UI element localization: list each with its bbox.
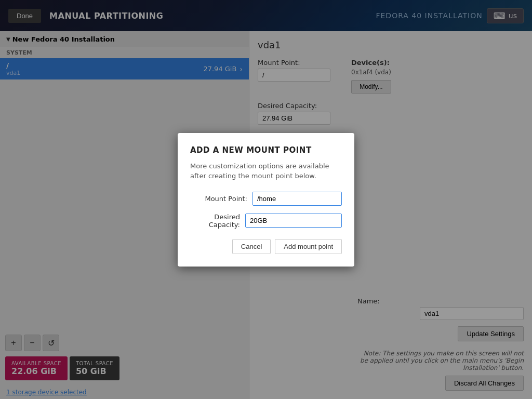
- main-content: ▼ New Fedora 40 Installation SYSTEM / vd…: [0, 31, 532, 399]
- cancel-button[interactable]: Cancel: [232, 239, 271, 254]
- add-mount-point-button[interactable]: Add mount point: [275, 239, 342, 254]
- dialog-capacity-label: Desired Capacity:: [190, 213, 240, 229]
- dialog-mount-input-container: ▼: [252, 192, 342, 206]
- dialog-mount-point-input[interactable]: [253, 192, 342, 205]
- dialog-capacity-input[interactable]: [245, 214, 342, 228]
- add-mount-point-dialog: ADD A NEW MOUNT POINT More customization…: [178, 133, 354, 267]
- dialog-buttons: Cancel Add mount point: [190, 239, 342, 254]
- modal-overlay: ADD A NEW MOUNT POINT More customization…: [0, 0, 532, 399]
- dialog-capacity-row: Desired Capacity:: [190, 213, 342, 229]
- dialog-description: More customization options are available…: [190, 161, 342, 181]
- dialog-mount-point-label: Mount Point:: [190, 195, 247, 203]
- dialog-title: ADD A NEW MOUNT POINT: [190, 145, 342, 155]
- dialog-mount-point-row: Mount Point: ▼: [190, 192, 342, 206]
